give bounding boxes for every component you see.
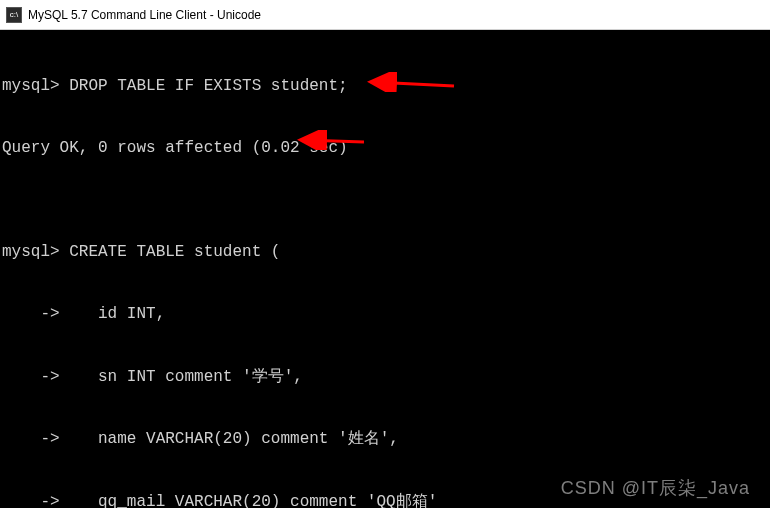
window-titlebar: c:\ MySQL 5.7 Command Line Client - Unic…: [0, 0, 770, 30]
terminal-line: -> id INT,: [2, 304, 768, 325]
app-icon: c:\: [6, 7, 22, 23]
terminal-line: -> sn INT comment '学号',: [2, 367, 768, 388]
terminal-line: -> qq_mail VARCHAR(20) comment 'QQ邮箱': [2, 492, 768, 508]
terminal-line: -> name VARCHAR(20) comment '姓名',: [2, 429, 768, 450]
app-icon-label: c:\: [10, 10, 18, 19]
terminal-line: mysql> DROP TABLE IF EXISTS student;: [2, 76, 768, 97]
terminal-output[interactable]: mysql> DROP TABLE IF EXISTS student; Que…: [0, 30, 770, 508]
terminal-line: Query OK, 0 rows affected (0.02 sec): [2, 138, 768, 159]
terminal-line: mysql> CREATE TABLE student (: [2, 242, 768, 263]
window-title: MySQL 5.7 Command Line Client - Unicode: [28, 8, 261, 22]
